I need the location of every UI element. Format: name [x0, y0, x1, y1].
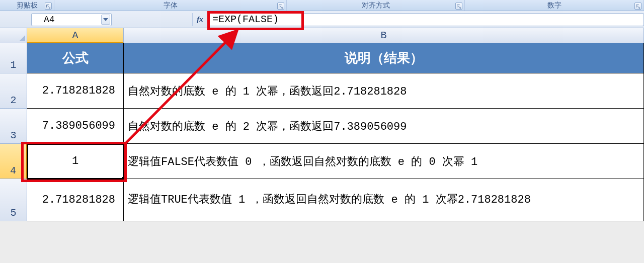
formula-input[interactable]: =EXP(FALSE) — [207, 13, 644, 26]
ribbon-group-alignment: 对齐方式 — [287, 0, 465, 11]
dialog-launcher-icon[interactable] — [277, 3, 284, 10]
insert-function-button[interactable]: fx — [192, 13, 207, 26]
ribbon-group-label: 数字 — [547, 1, 561, 10]
dialog-launcher-icon[interactable] — [455, 3, 462, 10]
ribbon-group-label: 剪贴板 — [17, 1, 38, 10]
worksheet[interactable]: A B 1 公式 说明（结果） 2 2.718281828 自然对数的底数 e … — [0, 28, 644, 221]
cell-B2[interactable]: 自然对数的底数 e 的 1 次幂，函数返回2.718281828 — [124, 73, 644, 109]
dialog-launcher-icon[interactable] — [634, 3, 641, 10]
name-box-dropdown-icon[interactable] — [101, 15, 110, 25]
cell-B4[interactable]: 逻辑值FALSE代表数值 0 ，函数返回自然对数的底数 e 的 0 次幂 1 — [124, 144, 644, 179]
row-2: 2 2.718281828 自然对数的底数 e 的 1 次幂，函数返回2.718… — [0, 73, 644, 109]
cell-B3[interactable]: 自然对数的底数 e 的 2 次幂，函数返回7.389056099 — [124, 109, 644, 144]
spacer — [0, 13, 31, 26]
column-header-B[interactable]: B — [124, 28, 644, 43]
column-header-row: A B — [0, 28, 644, 43]
row-header-5[interactable]: 5 — [0, 179, 27, 221]
dialog-launcher-icon[interactable] — [45, 3, 52, 10]
row-1: 1 公式 说明（结果） — [0, 43, 644, 73]
formula-bar-row: A4 fx =EXP(FALSE) — [0, 11, 644, 28]
row-header-2[interactable]: 2 — [0, 73, 27, 109]
cell-A1[interactable]: 公式 — [27, 43, 124, 73]
row-header-4[interactable]: 4 — [0, 144, 27, 179]
row-4: 4 1 逻辑值FALSE代表数值 0 ，函数返回自然对数的底数 e 的 0 次幂… — [0, 144, 644, 179]
name-box-value: A4 — [44, 15, 55, 25]
ribbon-group-font: 字体 — [54, 0, 287, 11]
column-header-A[interactable]: A — [27, 28, 124, 43]
formula-bar-gap: fx — [112, 13, 207, 26]
ribbon-group-clipboard: 剪贴板 — [0, 0, 54, 11]
cell-B5[interactable]: 逻辑值TRUE代表数值 1 ，函数返回自然对数的底数 e 的 1 次幂2.718… — [124, 179, 644, 221]
row-header-3[interactable]: 3 — [0, 109, 27, 144]
cell-A4[interactable]: 1 — [27, 144, 124, 179]
row-header-1[interactable]: 1 — [0, 43, 27, 73]
ribbon-group-label: 字体 — [164, 1, 178, 10]
cell-B1[interactable]: 说明（结果） — [124, 43, 644, 73]
name-box[interactable]: A4 — [31, 13, 112, 26]
cell-A3[interactable]: 7.389056099 — [27, 109, 124, 144]
row-3: 3 7.389056099 自然对数的底数 e 的 2 次幂，函数返回7.389… — [0, 109, 644, 144]
row-5: 5 2.718281828 逻辑值TRUE代表数值 1 ，函数返回自然对数的底数… — [0, 179, 644, 221]
ribbon-group-labels: 剪贴板 字体 对齐方式 数字 — [0, 0, 644, 11]
ribbon-group-label: 对齐方式 — [362, 1, 390, 10]
formula-text: =EXP(FALSE) — [212, 14, 279, 25]
cell-A2[interactable]: 2.718281828 — [27, 73, 124, 109]
select-all-corner[interactable] — [0, 28, 27, 43]
ribbon-group-number: 数字 — [465, 0, 644, 11]
cell-A5[interactable]: 2.718281828 — [27, 179, 124, 221]
